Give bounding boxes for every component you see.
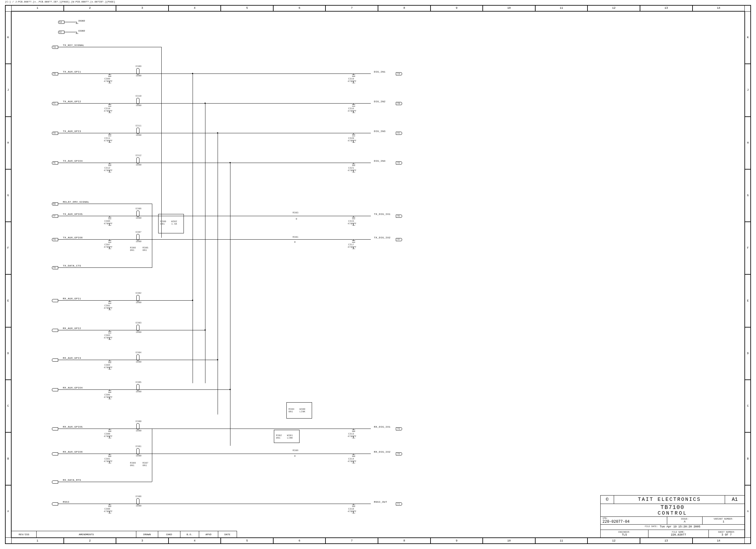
rev-iss: REV/ISS	[12, 531, 37, 537]
port-ref: 7A	[53, 46, 56, 48]
val-w301: LINK	[287, 437, 293, 439]
gnd-icon	[108, 141, 112, 144]
gnd-icon	[351, 81, 356, 84]
ref-c313: C313	[348, 433, 354, 435]
port-ref: 7G	[53, 238, 56, 241]
cap-c305	[108, 390, 111, 393]
ruler-col: 3	[116, 538, 169, 544]
rev-bo: B.O.	[180, 531, 199, 537]
engineer-value: TLS	[622, 533, 627, 536]
gnd-icon	[351, 247, 356, 250]
port-ref: 7C	[397, 132, 400, 134]
ipn-label: IPN:	[602, 517, 665, 520]
gnd-icon	[351, 461, 356, 465]
ref-c317: C317	[348, 243, 354, 246]
ref-c310: C310	[104, 107, 110, 110]
net-rx-aux1: RX_AUX_GPI1	[63, 297, 81, 300]
wire	[58, 390, 230, 390]
ferrite-e300	[136, 423, 139, 430]
wire	[58, 47, 161, 47]
val-r307: 0N1	[143, 464, 147, 467]
gnd-icon	[351, 111, 356, 114]
val-r301: 0	[294, 241, 296, 243]
val-r303: 0	[296, 218, 297, 220]
port-ref: 6B	[53, 203, 56, 205]
val-r305: 0N1	[143, 249, 147, 251]
gnd-icon	[75, 22, 79, 25]
val-e300: 1000	[136, 430, 142, 432]
ferrite-e308	[136, 498, 139, 505]
wire	[58, 482, 152, 482]
net-tx-aux2: TX_AUX_GPI2	[63, 100, 81, 103]
ruler-col: 5	[221, 5, 273, 11]
port-rx-aux5	[52, 427, 58, 431]
ruler-row: B	[5, 432, 11, 485]
val-e307: 1000	[136, 240, 142, 243]
gnd-icon	[351, 141, 356, 144]
wire	[152, 204, 152, 268]
wire	[58, 300, 193, 301]
file-path-header: [C:] / J:PCB.000??.[v..PCB.000??.IB?.][P…	[5, 1, 115, 3]
ruler-col: 12	[587, 5, 640, 11]
cap-c300	[108, 429, 111, 432]
net-egnd: EGND	[78, 29, 85, 32]
port-ref: 7G	[397, 428, 400, 430]
ruler-row: D	[745, 327, 751, 380]
ferrite-e302	[136, 295, 139, 301]
ferrite-e303	[136, 325, 139, 331]
ruler-col: 11	[535, 538, 588, 544]
port-ref: 7H	[53, 266, 56, 269]
net-dig-in1: DIG_IN1	[374, 70, 386, 73]
net-relay: RELAY_DRV_SIGNAL	[63, 200, 89, 203]
net-tx-dio2: TX_DIG_IO2	[374, 236, 391, 239]
ruler-row: C	[5, 380, 11, 432]
net-dig-in3: DIG_IN3	[374, 130, 386, 133]
ref-e308: E308	[136, 495, 142, 498]
ruler-col: 7	[325, 5, 378, 11]
cap-c320	[352, 133, 355, 137]
val-r302: 0N1	[276, 437, 280, 439]
ref-c320: C320	[348, 137, 354, 139]
wire	[58, 133, 371, 133]
port-rx-aux1	[52, 299, 58, 302]
ref-c318: C318	[348, 508, 354, 510]
ref-r303: R303	[293, 211, 299, 214]
gnd-icon	[108, 224, 112, 227]
gnd-icon	[108, 247, 112, 250]
port-ref: 6C	[59, 31, 62, 33]
ruler-col: 6	[273, 5, 326, 11]
ref-r301: R301	[293, 236, 299, 238]
port-ref: 7B	[397, 102, 400, 105]
ref-c316: C316	[348, 107, 354, 110]
filename-label: FILE NAME:	[672, 531, 685, 533]
val-r308: 0N1	[130, 249, 134, 251]
ruler-col: 3	[116, 5, 169, 11]
sheet-title: CONTROL	[658, 511, 687, 516]
ferrite-e304	[136, 355, 139, 361]
gnd-icon	[351, 170, 356, 174]
wire	[58, 330, 205, 330]
ruler-col: 10	[483, 538, 535, 544]
val-e310: 1000	[136, 104, 142, 107]
rev-date: DATE	[218, 531, 237, 537]
rev-drawn: DRAWN	[136, 531, 158, 537]
net-tx-dio1: TX_DIG_IO1	[374, 213, 391, 215]
gnd-icon	[108, 436, 112, 440]
wire	[58, 239, 371, 239]
ref-e307: E307	[136, 231, 142, 233]
port-ref: 7H	[397, 453, 400, 455]
node	[204, 330, 206, 331]
ruler-row: K	[5, 11, 11, 64]
ruler-col: 8	[378, 5, 431, 11]
net-rx-aux3: RX_AUX_GPI3	[63, 357, 81, 360]
ruler-row: F	[5, 222, 11, 274]
wire	[58, 216, 371, 216]
node	[192, 73, 193, 74]
ref-c312: C312	[104, 167, 110, 169]
ruler-col: 4	[169, 538, 221, 544]
gnd-icon	[108, 111, 112, 114]
ref-c314: C314	[348, 458, 354, 460]
net-tx-aux4: TX_AUX_GPIO4	[63, 159, 83, 162]
ferrite-e305	[136, 384, 139, 390]
cap-c318	[352, 504, 355, 507]
